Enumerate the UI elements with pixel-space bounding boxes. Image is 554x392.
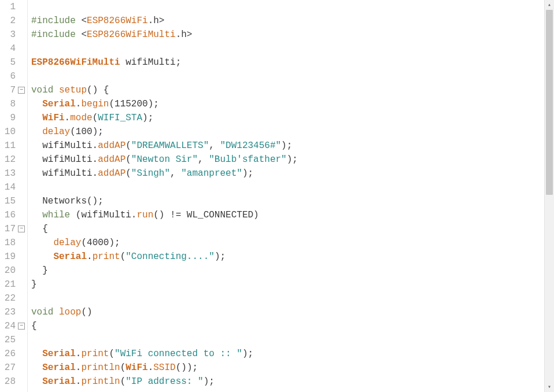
code-line[interactable]: } [31,278,544,291]
code-token: ESP8266WiFiMulti [31,57,120,68]
scrollbar-thumb[interactable] [546,10,553,195]
code-token: wifiMulti; [120,57,182,68]
code-token: "amanpreet" [181,168,242,179]
fold-toggle-icon[interactable]: − [18,87,25,94]
code-token [31,210,42,220]
gutter-row: 25 [0,333,25,347]
code-token: Serial [42,349,76,359]
gutter-row: 7− [0,83,25,97]
vertical-scrollbar[interactable]: ▴ ▾ [544,0,554,392]
line-number: 3 [3,28,16,42]
code-line[interactable]: wifiMulti.addAP("DREAMWALLETS", "DW12345… [31,139,544,153]
code-token: ); [215,252,226,262]
line-number-gutter: 1234567−891011121314151617−1819202122232… [0,0,28,392]
line-number: 1 [3,0,16,14]
code-line[interactable]: void loop() [31,305,544,319]
code-token: } [31,265,48,276]
code-token: "Connecting...." [125,252,215,262]
code-line[interactable] [31,0,544,14]
gutter-row: 24− [0,319,25,333]
code-line[interactable] [31,180,544,194]
code-token: Serial [42,363,76,373]
code-line[interactable] [31,291,544,305]
code-token: { [31,321,37,331]
code-line[interactable]: delay(4000); [31,236,544,250]
code-token: () [81,307,92,317]
code-editor: 1234567−891011121314151617−1819202122232… [0,0,554,392]
line-number: 16 [3,208,16,222]
code-line[interactable]: delay(100); [31,125,544,139]
gutter-row: 18 [0,236,25,250]
scroll-down-button[interactable]: ▾ [545,382,554,392]
code-line[interactable] [31,333,544,347]
code-line[interactable]: wifiMulti.addAP("Newton Sir", "Bulb'sfat… [31,153,544,167]
code-line[interactable] [31,42,544,56]
code-token: WiFi [125,363,147,373]
code-line[interactable]: ESP8266WiFiMulti wifiMulti; [31,56,544,69]
code-token: , [209,140,220,151]
gutter-row: 15 [0,194,25,208]
code-token: "WiFi connected to :: " [115,349,242,359]
line-number: 20 [3,264,16,278]
code-token [53,85,59,95]
code-token: ( [120,252,126,262]
code-token: . [65,113,71,123]
code-line[interactable]: Serial.print("WiFi connected to :: "); [31,347,544,361]
fold-toggle-icon[interactable]: − [18,225,25,232]
code-token: addAP [98,154,125,165]
code-token: while [42,210,70,220]
code-token: ); [242,349,253,359]
code-token: . [76,99,82,109]
code-token: ESP8266WiFi [87,16,148,26]
code-token: print [81,349,109,359]
code-line[interactable]: { [31,319,544,333]
code-token: "Singh" [131,168,170,179]
code-token: , [170,168,181,179]
code-line[interactable]: void setup() { [31,83,544,97]
code-token: mode [70,113,92,123]
code-line[interactable]: #include <ESP8266WiFiMulti.h> [31,28,544,42]
gutter-row: 16 [0,208,25,222]
code-token: . [148,363,154,373]
line-number: 4 [3,42,16,56]
code-token: #include [31,16,81,26]
code-line[interactable]: Serial.print("Connecting...."); [31,250,544,264]
code-token: ESP8266WiFiMulti [87,29,176,40]
line-number: 2 [3,14,16,28]
code-line[interactable]: Serial.println("IP address: "); [31,375,544,389]
code-token: begin [81,99,109,109]
code-line[interactable]: { [31,222,544,236]
code-line[interactable]: while (wifiMulti.run() != WL_CONNECTED) [31,208,544,222]
code-token: void [31,85,53,95]
gutter-row: 26 [0,347,25,361]
code-line[interactable] [31,69,544,83]
line-number: 17 [3,222,16,236]
line-number: 28 [3,375,16,389]
gutter-row: 1 [0,0,25,14]
code-line[interactable]: Networks(); [31,194,544,208]
code-area[interactable]: #include <ESP8266WiFi.h>#include <ESP826… [28,0,544,392]
code-token [53,307,59,317]
code-token: "DW123456#" [220,140,281,151]
code-line[interactable]: WiFi.mode(WIFI_STA); [31,111,544,125]
code-token: . [76,349,82,359]
gutter-row: 22 [0,291,25,305]
gutter-row: 19 [0,250,25,264]
code-token [31,349,42,359]
code-token [31,238,53,248]
scroll-up-button[interactable]: ▴ [545,0,554,10]
code-line[interactable]: wifiMulti.addAP("Singh", "amanpreet"); [31,167,544,180]
code-token: void [31,307,53,317]
code-token: . [76,363,82,373]
code-token: Serial [53,252,87,262]
code-token: addAP [98,168,125,179]
code-token: Serial [42,99,76,109]
line-number: 12 [3,153,16,167]
fold-toggle-icon[interactable]: − [18,323,25,330]
code-line[interactable]: Serial.begin(115200); [31,97,544,111]
code-line[interactable]: } [31,264,544,278]
code-line[interactable]: Serial.println(WiFi.SSID()); [31,361,544,375]
code-token [31,363,42,373]
code-line[interactable]: #include <ESP8266WiFi.h> [31,14,544,28]
code-token: < [81,29,87,40]
